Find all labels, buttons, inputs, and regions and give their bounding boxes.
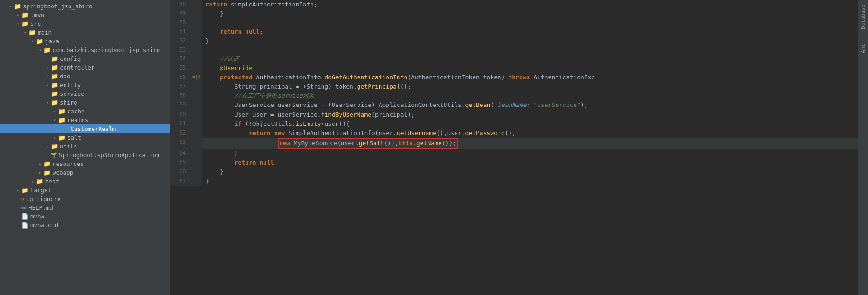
java-folder-icon: 📁 bbox=[36, 38, 43, 45]
target-label: target bbox=[30, 187, 168, 194]
code-editor: 48 return simpleAuthorizationInfo; 49 } … bbox=[170, 0, 858, 295]
table-row: 56 ●|@ protected AuthenticationInfo doGe… bbox=[170, 73, 858, 82]
dao-arrow bbox=[44, 74, 51, 79]
table-row: 64 } bbox=[170, 149, 858, 158]
sidebar-item-cache[interactable]: 📁 cache bbox=[0, 107, 170, 116]
config-arrow bbox=[44, 56, 51, 61]
resources-folder-icon: 📁 bbox=[43, 160, 51, 167]
service-arrow bbox=[44, 91, 51, 96]
sidebar-item-controller[interactable]: 📁 controller bbox=[0, 63, 170, 72]
entity-arrow bbox=[44, 83, 51, 88]
line-number: 65 bbox=[170, 158, 191, 167]
line-number: 66 bbox=[170, 167, 191, 177]
line-number: 55 bbox=[170, 64, 191, 73]
controller-label: controller bbox=[60, 64, 168, 71]
mvnw-label: mvnw bbox=[30, 213, 168, 220]
line-code: } bbox=[202, 149, 858, 158]
utils-folder-icon: 📁 bbox=[51, 143, 58, 150]
line-number: 52 bbox=[170, 36, 191, 46]
line-number: 62 bbox=[170, 129, 191, 138]
src-label: src bbox=[30, 20, 168, 27]
line-code: //认证 bbox=[202, 54, 858, 64]
dao-folder-icon: 📁 bbox=[51, 73, 58, 80]
entity-label: entity bbox=[60, 82, 168, 88]
sidebar-item-resources[interactable]: 📁 resources bbox=[0, 159, 170, 168]
sidebar-item-gitignore[interactable]: ⚙ .gitignore bbox=[0, 195, 170, 203]
salt-label: salt bbox=[67, 134, 168, 141]
table-row: 57 String principal = (String) token.get… bbox=[170, 82, 858, 91]
test-label: test bbox=[45, 178, 168, 185]
database-tab[interactable]: Database bbox=[859, 2, 867, 32]
sidebar-item-help[interactable]: md HELP.md bbox=[0, 203, 170, 212]
line-number: 56 bbox=[170, 73, 191, 82]
line-number: 67 bbox=[170, 177, 191, 186]
src-folder-icon: 📁 bbox=[21, 20, 29, 27]
sidebar-item-salt[interactable]: 📁 salt bbox=[0, 133, 170, 142]
table-row: 48 return simpleAuthorizationInfo; bbox=[170, 0, 858, 9]
line-gutter bbox=[191, 18, 202, 27]
table-row: 66 } bbox=[170, 167, 858, 177]
line-code: return null; bbox=[202, 158, 858, 167]
root-label: springboot_jsp_shiro bbox=[23, 3, 168, 10]
salt-folder-icon: 📁 bbox=[58, 134, 65, 141]
line-code: //在工厂中获取service对象 bbox=[202, 91, 858, 100]
table-row: 53 bbox=[170, 46, 858, 54]
sidebar-item-main[interactable]: 📁 main bbox=[0, 28, 170, 37]
service-folder-icon: 📁 bbox=[51, 90, 58, 97]
sidebar-item-shiro[interactable]: 📁 shiro bbox=[0, 98, 170, 107]
sidebar-item-target[interactable]: 📁 target bbox=[0, 186, 170, 195]
sidebar-item-utils[interactable]: 📁 utils bbox=[0, 142, 170, 151]
ant-tab[interactable]: Ant bbox=[859, 41, 867, 56]
file-tree: 📁 springboot_jsp_shiro 📁 .mvn 📁 src 📁 ma… bbox=[0, 0, 170, 295]
line-number: 59 bbox=[170, 100, 191, 110]
line-number: 53 bbox=[170, 46, 191, 54]
app-label: SpringbootJspShiroApplication bbox=[59, 152, 168, 159]
cache-label: cache bbox=[67, 108, 168, 115]
config-folder-icon: 📁 bbox=[51, 55, 58, 62]
sidebar-item-realms[interactable]: 📁 realms bbox=[0, 116, 170, 124]
sidebar-item-springboot-app[interactable]: 🌱 SpringbootJspShiroApplication bbox=[0, 151, 170, 159]
com-label: com.baizhi.springboot_jsp_shiro bbox=[53, 47, 168, 53]
root-folder-icon: 📁 bbox=[14, 3, 21, 10]
service-label: service bbox=[60, 90, 168, 97]
table-row: 67 } bbox=[170, 177, 858, 186]
java-label: java bbox=[45, 38, 168, 45]
com-folder-icon: 📁 bbox=[43, 47, 51, 53]
tree-root[interactable]: 📁 springboot_jsp_shiro bbox=[0, 2, 170, 11]
main-folder-icon: 📁 bbox=[29, 29, 36, 36]
line-code: User user = userService.findByUserName(p… bbox=[202, 110, 858, 119]
mvnw-cmd-label: mvnw.cmd bbox=[30, 222, 168, 229]
line-gutter bbox=[191, 91, 202, 100]
controller-folder-icon: 📁 bbox=[51, 64, 58, 71]
mvn-label: .mvn bbox=[30, 12, 168, 18]
sidebar-item-java[interactable]: 📁 java bbox=[0, 37, 170, 46]
sidebar-item-service[interactable]: 📁 service bbox=[0, 89, 170, 98]
line-gutter: ●|@ bbox=[191, 73, 202, 82]
line-gutter bbox=[191, 82, 202, 91]
sidebar-item-mvnw-cmd[interactable]: 📄 mvnw.cmd bbox=[0, 221, 170, 230]
line-code: } bbox=[202, 9, 858, 18]
customerrealm-icon: C bbox=[65, 126, 69, 132]
sidebar-item-webapp[interactable]: 📁 webapp bbox=[0, 168, 170, 177]
line-number: 57 bbox=[170, 82, 191, 91]
sidebar-item-mvnw[interactable]: 📄 mvnw bbox=[0, 212, 170, 221]
realms-label: realms bbox=[67, 117, 168, 124]
mvnw-cmd-icon: 📄 bbox=[21, 222, 29, 229]
sidebar-item-test[interactable]: 📁 test bbox=[0, 177, 170, 186]
sidebar-item-config[interactable]: 📁 config bbox=[0, 54, 170, 63]
sidebar-item-dao[interactable]: 📁 dao bbox=[0, 72, 170, 81]
line-code bbox=[202, 18, 858, 27]
table-row: 50 bbox=[170, 18, 858, 27]
line-gutter bbox=[191, 0, 202, 9]
realms-folder-icon: 📁 bbox=[58, 117, 65, 124]
sidebar-item-src[interactable]: 📁 src bbox=[0, 19, 170, 28]
sidebar-item-com[interactable]: 📁 com.baizhi.springboot_jsp_shiro bbox=[0, 46, 170, 54]
realms-arrow bbox=[52, 118, 58, 123]
line-number: 60 bbox=[170, 110, 191, 119]
line-gutter bbox=[191, 27, 202, 36]
salt-arrow bbox=[52, 135, 58, 140]
line-gutter bbox=[191, 138, 202, 149]
sidebar-item-mvn[interactable]: 📁 .mvn bbox=[0, 11, 170, 19]
sidebar-item-customerrealm[interactable]: C CustomerRealm bbox=[0, 124, 170, 133]
sidebar-item-entity[interactable]: 📁 entity bbox=[0, 81, 170, 89]
